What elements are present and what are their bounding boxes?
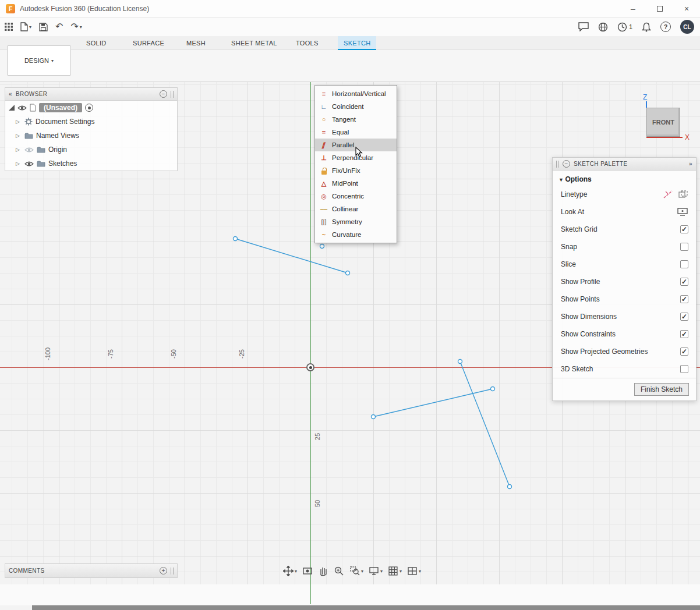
look-at-icon[interactable] [677, 207, 688, 217]
tab-tools[interactable]: TOOLS [290, 36, 324, 50]
job-count-badge: 1 [629, 23, 632, 30]
palette-row-snap: Snap [553, 238, 696, 256]
palette-row-show-points: Show Points [553, 290, 696, 308]
folder-icon [37, 160, 45, 167]
palette-row-show-dimensions: Show Dimensions [553, 308, 696, 325]
menu-item-tangent[interactable]: ○Tangent [315, 113, 397, 126]
expand-arrow-icon[interactable] [16, 119, 22, 125]
browser-item-document-settings[interactable]: Document Settings [5, 115, 177, 129]
expand-arrow-icon[interactable] [16, 161, 22, 166]
maximize-button[interactable] [646, 0, 673, 17]
minimize-button[interactable]: – [620, 0, 646, 17]
redo-button[interactable]: ↷▾ [70, 22, 82, 31]
visibility-eye-icon[interactable] [17, 105, 27, 111]
help-button[interactable]: ? [660, 22, 671, 32]
file-menu-button[interactable]: ▾ [20, 22, 31, 31]
browser-item-sketches[interactable]: Sketches [5, 157, 177, 171]
comments-grip-icon[interactable] [171, 568, 174, 574]
tab-solid[interactable]: SOLID [80, 36, 112, 50]
menu-item-coincident[interactable]: ∟Coincident [315, 100, 397, 113]
workspace-selector[interactable]: DESIGN [7, 45, 71, 76]
menu-item-collinear[interactable]: ‒‒Collinear [315, 203, 397, 215]
viewcube-z-axis-label: Z [643, 93, 647, 101]
ribbon-toolbar: CREATE MODIFY [0, 50, 700, 82]
sketch-palette-header[interactable]: SKETCH PALETTE » [553, 158, 696, 171]
3d-sketch-checkbox[interactable] [680, 365, 688, 373]
palette-grip-icon[interactable] [556, 161, 559, 168]
tab-sketch[interactable]: SKETCH [338, 36, 376, 50]
browser-item-named-views[interactable]: Named Views [5, 129, 177, 143]
construction-linetype-icon[interactable] [663, 190, 673, 199]
root-component-label[interactable]: (Unsaved) [39, 103, 82, 112]
tab-sheet-metal[interactable]: SHEET METAL [225, 36, 283, 50]
show-dimensions-checkbox[interactable] [680, 313, 688, 321]
menu-item-concentric[interactable]: ◎Concentric [315, 190, 397, 203]
notifications-bell-icon[interactable] [642, 22, 651, 32]
comments-title: COMMENTS [9, 568, 45, 574]
y-axis-tick: 50 [314, 500, 321, 507]
coincident-icon: ∟ [320, 104, 328, 110]
collapse-left-icon[interactable]: « [9, 91, 12, 97]
palette-row-show-profile: Show Profile [553, 273, 696, 290]
zoom-window-button[interactable]: ▾ [348, 565, 365, 577]
menu-item-fix-unfix[interactable]: Fix/UnFix [315, 164, 397, 177]
extensions-globe-icon[interactable] [598, 22, 608, 32]
job-status-button[interactable]: 1 [617, 22, 632, 32]
expand-arrow-icon[interactable] [16, 133, 22, 139]
curvature-icon: ~ [320, 232, 328, 238]
viewports-button[interactable]: ▾ [405, 565, 423, 577]
browser-header[interactable]: « BROWSER [5, 88, 177, 101]
tab-mesh[interactable]: MESH [181, 36, 211, 50]
pan-hand-button[interactable] [316, 565, 330, 577]
browser-item-label: Sketches [48, 159, 77, 168]
finish-sketch-button[interactable]: Finish Sketch [634, 383, 689, 396]
snap-checkbox[interactable] [680, 243, 688, 251]
parallel-icon: ∥ [319, 142, 329, 148]
centerline-linetype-icon[interactable] [678, 190, 688, 199]
expand-arrow-icon[interactable] [16, 147, 22, 152]
browser-grip-icon[interactable] [171, 91, 174, 98]
y-axis-tick: 25 [314, 433, 321, 440]
show-projected-geometries-checkbox[interactable] [680, 347, 688, 356]
browser-item-unsaved[interactable]: (Unsaved) [5, 101, 177, 115]
show-points-checkbox[interactable] [680, 295, 688, 303]
display-settings-button[interactable]: ▾ [367, 565, 384, 577]
grid-settings-button[interactable]: ▾ [386, 565, 404, 577]
pan-button[interactable]: ▾ [281, 565, 299, 577]
slice-checkbox[interactable] [680, 260, 688, 268]
menu-item-symmetry[interactable]: [|]Symmetry [315, 215, 397, 228]
comments-expand-icon[interactable] [160, 567, 167, 574]
show-profile-checkbox[interactable] [680, 278, 688, 286]
visibility-eye-icon[interactable] [24, 147, 34, 153]
show-constraints-checkbox[interactable] [680, 330, 688, 338]
comment-icon[interactable] [578, 22, 589, 31]
palette-minimize-icon[interactable] [563, 160, 570, 168]
tab-surface[interactable]: SURFACE [127, 36, 170, 50]
viewcube-x-axis-label: X [685, 133, 690, 141]
save-button[interactable] [39, 23, 48, 31]
menu-item-horizontal-vertical[interactable]: ≡Horizontal/Vertical [315, 87, 397, 100]
sketch-grid-checkbox[interactable] [680, 225, 688, 233]
collapse-right-icon[interactable]: » [689, 161, 692, 167]
menu-item-equal[interactable]: =Equal [315, 126, 397, 139]
app-grid-icon[interactable] [5, 23, 13, 31]
zoom-button[interactable] [332, 565, 346, 577]
window-title: Autodesk Fusion 360 (Education License) [20, 5, 149, 13]
visibility-eye-icon[interactable] [24, 161, 34, 167]
component-corner-icon [9, 105, 15, 111]
browser-minimize-icon[interactable] [160, 90, 167, 98]
palette-row-sketch-grid: Sketch Grid [553, 221, 696, 238]
viewcube[interactable]: FRONT [646, 108, 680, 137]
menu-item-midpoint[interactable]: △MidPoint [315, 177, 397, 190]
browser-item-origin[interactable]: Origin [5, 143, 177, 157]
profile-avatar[interactable]: CL [680, 20, 694, 34]
close-button[interactable]: × [673, 0, 700, 17]
palette-row-look-at: Look At [553, 203, 696, 221]
origin-point[interactable] [306, 363, 314, 371]
menu-item-curvature[interactable]: ~Curvature [315, 228, 397, 241]
options-section-header[interactable]: Options [553, 171, 696, 186]
look-at-button[interactable] [300, 565, 314, 577]
viewcube-x-axis-line [646, 137, 683, 138]
activate-component-icon[interactable] [85, 104, 93, 112]
undo-button[interactable]: ↶ [55, 22, 63, 31]
